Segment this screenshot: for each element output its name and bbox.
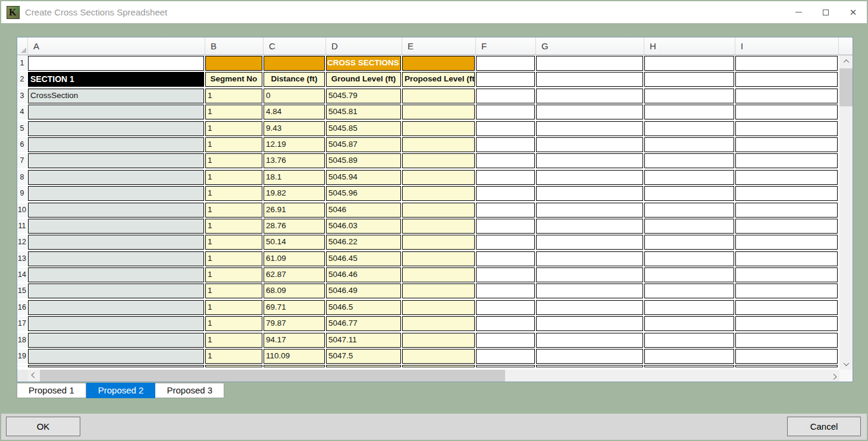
cell-F5[interactable] (476, 121, 535, 136)
cell-A7[interactable] (28, 153, 204, 168)
cell-C13[interactable]: 61.09 (264, 251, 325, 266)
cell-B8[interactable]: 1 (205, 170, 262, 185)
horizontal-scroll-thumb[interactable] (40, 370, 505, 382)
cell-F20[interactable] (476, 365, 535, 367)
cell-I12[interactable] (735, 235, 838, 250)
cell-G20[interactable] (536, 365, 643, 367)
cell-C4[interactable]: 4.84 (264, 105, 325, 119)
column-header-D[interactable]: D (326, 37, 402, 55)
cell-B14[interactable]: 1 (205, 267, 262, 282)
cell-F17[interactable] (476, 316, 535, 331)
cell-D9[interactable]: 5045.96 (326, 186, 401, 201)
cell-A1[interactable] (28, 56, 204, 71)
cell-F9[interactable] (476, 186, 535, 201)
cell-F18[interactable] (476, 333, 535, 348)
vertical-scrollbar[interactable] (839, 55, 853, 370)
cell-H4[interactable] (644, 105, 734, 119)
cell-G2[interactable] (536, 72, 643, 87)
ok-button[interactable]: OK (6, 417, 80, 436)
column-header-H[interactable]: H (644, 37, 735, 55)
cell-A20[interactable] (28, 365, 204, 367)
cell-G6[interactable] (536, 137, 643, 152)
cell-C3[interactable]: 0 (264, 89, 325, 103)
cell-G16[interactable] (536, 300, 643, 315)
cell-B19[interactable]: 1 (205, 349, 262, 364)
cell-H2[interactable] (644, 72, 734, 87)
row-header-5[interactable]: 5 (17, 121, 27, 136)
cell-G14[interactable] (536, 267, 643, 282)
cell-F15[interactable] (476, 284, 535, 298)
row-header-7[interactable]: 7 (17, 153, 27, 168)
cell-C15[interactable]: 68.09 (264, 284, 325, 298)
cell-I20[interactable] (735, 365, 838, 367)
cell-G17[interactable] (536, 316, 643, 331)
cell-C16[interactable]: 69.71 (264, 300, 325, 315)
cell-G11[interactable] (536, 219, 643, 234)
cell-D4[interactable]: 5045.81 (326, 105, 401, 119)
cell-F10[interactable] (476, 203, 535, 218)
cell-G10[interactable] (536, 203, 643, 218)
cell-E1[interactable] (402, 56, 475, 71)
cell-A16[interactable] (28, 300, 204, 315)
cell-D17[interactable]: 5046.77 (326, 316, 401, 331)
column-header-A[interactable]: A (28, 37, 205, 55)
row-header-clipped[interactable] (17, 365, 27, 367)
cell-H18[interactable] (644, 333, 734, 348)
cell-E11[interactable] (402, 219, 475, 234)
cell-B17[interactable]: 1 (205, 316, 262, 331)
cell-D2[interactable]: Ground Level (ft) (326, 72, 401, 87)
cell-I8[interactable] (735, 170, 838, 185)
cell-C14[interactable]: 62.87 (264, 267, 325, 282)
cell-E9[interactable] (402, 186, 475, 201)
cell-I10[interactable] (735, 203, 838, 218)
cell-B6[interactable]: 1 (205, 137, 262, 152)
column-header-I[interactable]: I (735, 37, 839, 55)
vertical-scroll-thumb[interactable] (839, 68, 853, 106)
row-header-15[interactable]: 15 (17, 284, 27, 298)
column-header-E[interactable]: E (402, 37, 476, 55)
cell-F4[interactable] (476, 105, 535, 119)
cell-I5[interactable] (735, 121, 838, 136)
cell-D5[interactable]: 5045.85 (326, 121, 401, 136)
tab-proposed-3[interactable]: Proposed 3 (155, 383, 224, 398)
cell-F7[interactable] (476, 153, 535, 168)
cell-F14[interactable] (476, 267, 535, 282)
cell-F11[interactable] (476, 219, 535, 234)
cell-G13[interactable] (536, 251, 643, 266)
row-header-13[interactable]: 13 (17, 251, 27, 266)
cell-F16[interactable] (476, 300, 535, 315)
cell-B20[interactable] (205, 365, 262, 367)
row-header-17[interactable]: 17 (17, 316, 27, 331)
cell-G8[interactable] (536, 170, 643, 185)
cell-A11[interactable] (28, 219, 204, 234)
cell-F19[interactable] (476, 349, 535, 364)
cell-C19[interactable]: 110.09 (264, 349, 325, 364)
cell-H13[interactable] (644, 251, 734, 266)
cell-E2[interactable]: Proposed Level (ft) (402, 72, 475, 87)
cell-E5[interactable] (402, 121, 475, 136)
cell-I1[interactable] (735, 56, 838, 71)
cell-H6[interactable] (644, 137, 734, 152)
cell-I13[interactable] (735, 251, 838, 266)
cell-C17[interactable]: 79.87 (264, 316, 325, 331)
cell-H10[interactable] (644, 203, 734, 218)
cell-A2[interactable]: SECTION 1 (28, 72, 204, 87)
cell-D13[interactable]: 5046.45 (326, 251, 401, 266)
scroll-right-button[interactable] (828, 370, 839, 382)
cell-I14[interactable] (735, 267, 838, 282)
cell-I19[interactable] (735, 349, 838, 364)
scroll-left-button[interactable] (28, 370, 40, 382)
cell-E13[interactable] (402, 251, 475, 266)
cell-G19[interactable] (536, 349, 643, 364)
cell-C6[interactable]: 12.19 (264, 137, 325, 152)
tab-proposed-1[interactable]: Proposed 1 (17, 383, 86, 398)
cell-I6[interactable] (735, 137, 838, 152)
cell-G18[interactable] (536, 333, 643, 348)
cell-H19[interactable] (644, 349, 734, 364)
cancel-button[interactable]: Cancel (787, 417, 861, 436)
cell-F3[interactable] (476, 89, 535, 103)
cell-D3[interactable]: 5045.79 (326, 89, 401, 103)
cell-I2[interactable] (735, 72, 838, 87)
column-header-C[interactable]: C (264, 37, 326, 55)
cell-D11[interactable]: 5046.03 (326, 219, 401, 234)
